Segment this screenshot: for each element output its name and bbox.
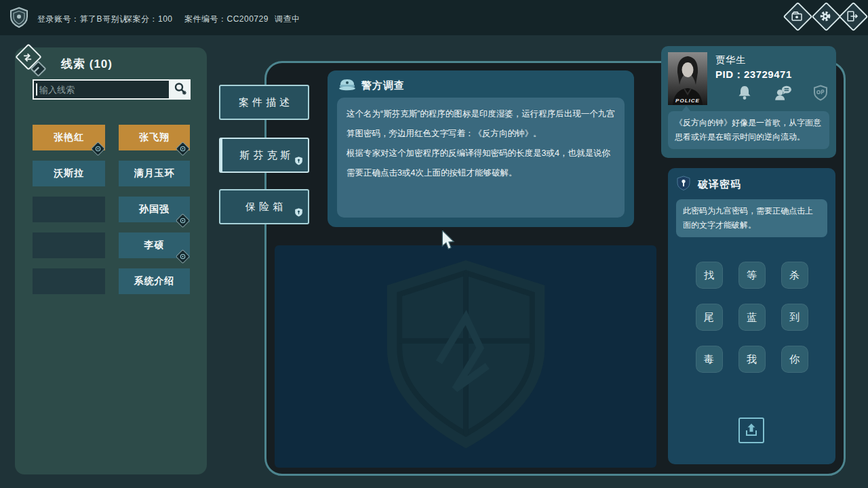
case-status-label: 调查中 — [275, 14, 300, 25]
clue-label: 系统介绍 — [134, 275, 175, 287]
keypad-cell[interactable]: 尾 — [696, 304, 723, 331]
investigation-text-box: 这个名为“斯芬克斯”的程序的图标是印度湿婆，运行程序后出现一个九宫算图密码，旁边… — [337, 98, 625, 218]
clue-slot-empty — [33, 197, 105, 222]
tab-case-description[interactable]: 案件描述 — [219, 85, 309, 120]
watermark-shield-icon — [374, 255, 558, 458]
investigation-title: 警方调查 — [361, 79, 405, 92]
lock-shield-icon — [294, 156, 303, 168]
tab-label: 保险箱 — [245, 201, 286, 214]
keypad-cell[interactable]: 我 — [738, 346, 766, 373]
keypad-cell[interactable]: 杀 — [781, 262, 808, 289]
exit-button[interactable] — [839, 2, 868, 32]
top-bar: 登录账号：算了B哥别认 探案分：100 案件编号：CC200729 调查中 — [0, 0, 868, 35]
app-shield-logo-icon — [8, 4, 30, 34]
notification-bell-icon[interactable] — [736, 84, 753, 104]
badge-shield-icon[interactable] — [812, 84, 829, 104]
puzzle-stage — [275, 245, 656, 468]
tab-label: 斯芬克斯 — [240, 149, 294, 162]
clue-label: 满月玉环 — [134, 167, 175, 180]
clue-button[interactable]: 李硕 — [119, 232, 190, 258]
clue-button[interactable]: 系统介绍 — [119, 268, 190, 294]
clue-slot-empty — [33, 268, 105, 294]
clue-button[interactable]: 孙国强 — [119, 197, 190, 222]
profile-card: POLICE 贾华生 PID：23729471 《反方向的钟》好像是一首歌，从字… — [661, 46, 836, 158]
keypad-cell[interactable]: 毒 — [696, 346, 723, 373]
clue-button[interactable]: 满月玉环 — [119, 161, 190, 186]
search-icon — [173, 81, 188, 98]
settings-button[interactable] — [812, 2, 842, 32]
submit-upload-button[interactable] — [738, 418, 764, 443]
clue-label: 沃斯拉 — [54, 167, 84, 180]
archive-button[interactable] — [783, 2, 813, 32]
keypad-cell[interactable]: 蓝 — [738, 304, 766, 331]
nine-grid-keypad: 找 等 杀 尾 蓝 到 毒 我 你 — [668, 262, 835, 373]
decrypt-panel: 破译密码 此密码为九宫密码，需要正确点击上面的文字才能破解。 找 等 杀 尾 蓝… — [668, 168, 835, 464]
clue-label: 孙国强 — [139, 203, 170, 216]
detective-score-label: 探案分：100 — [124, 14, 173, 25]
keypad-cell[interactable]: 找 — [696, 262, 723, 289]
chat-person-icon[interactable] — [774, 84, 792, 104]
clue-button[interactable]: 张艳红 — [33, 125, 105, 150]
archive-icon — [791, 9, 804, 25]
investigation-paragraph: 这个名为“斯芬克斯”的程序的图标是印度湿婆，运行程序后出现一个九宫算图密码，旁边… — [347, 104, 615, 144]
clue-label: 李硕 — [144, 239, 165, 251]
clue-slot-empty — [33, 232, 105, 258]
clue-button[interactable]: 张飞翔 — [119, 125, 190, 150]
viewed-badge-icon — [176, 249, 190, 264]
clue-panel-title: 线索 (10) — [61, 56, 113, 72]
tab-safe-box[interactable]: 保险箱 — [219, 189, 309, 224]
decrypt-hint-box: 此密码为九宫密码，需要正确点击上面的文字才能破解。 — [676, 199, 827, 237]
login-account-label: 登录账号：算了B哥别认 — [37, 14, 128, 25]
exit-icon — [846, 9, 859, 25]
profile-photo[interactable]: POLICE — [668, 52, 707, 105]
lock-shield-icon — [676, 175, 691, 195]
tab-sphinx[interactable]: 斯芬克斯 — [219, 138, 309, 173]
profile-pid: PID：23729471 — [715, 68, 792, 81]
decrypt-title: 破译密码 — [698, 178, 741, 191]
search-button[interactable] — [170, 79, 191, 100]
clue-button[interactable]: 沃斯拉 — [33, 161, 105, 186]
viewed-badge-icon — [176, 142, 190, 156]
clue-label: 张艳红 — [54, 131, 84, 144]
search-input[interactable] — [33, 79, 170, 100]
keypad-cell[interactable]: 你 — [781, 346, 808, 373]
investigation-paragraph: 根据专家对这个加密程序的反编译得知密码的长度是3或4，也就是说你需要正确点击3或… — [347, 144, 615, 183]
viewed-badge-icon — [91, 142, 105, 156]
tab-label: 案件描述 — [239, 96, 293, 109]
text-caret — [36, 83, 37, 96]
upload-icon — [743, 422, 760, 440]
police-investigation-section: 警方调查 这个名为“斯芬克斯”的程序的图标是印度湿婆，运行程序后出现一个九宫算图… — [328, 70, 634, 227]
clue-label: 张飞翔 — [139, 131, 170, 144]
case-number-label: 案件编号：CC200729 — [184, 14, 269, 25]
settings-gear-icon — [819, 9, 832, 25]
police-cap-icon — [338, 77, 356, 94]
lock-shield-icon — [294, 207, 303, 220]
viewed-badge-icon — [176, 214, 190, 228]
profile-name: 贾华生 — [715, 54, 746, 66]
clue-panel: 线索 (10) 张艳红 张飞翔 沃斯拉 满月玉环 孙国强 — [15, 47, 207, 474]
keypad-cell[interactable]: 到 — [781, 304, 808, 331]
photo-caption: POLICE — [668, 98, 707, 104]
keypad-cell[interactable]: 等 — [738, 262, 766, 289]
profile-hint-bubble: 《反方向的钟》好像是一首歌，从字面意思看或许是在暗示时间的逆向流动。 — [668, 111, 829, 149]
